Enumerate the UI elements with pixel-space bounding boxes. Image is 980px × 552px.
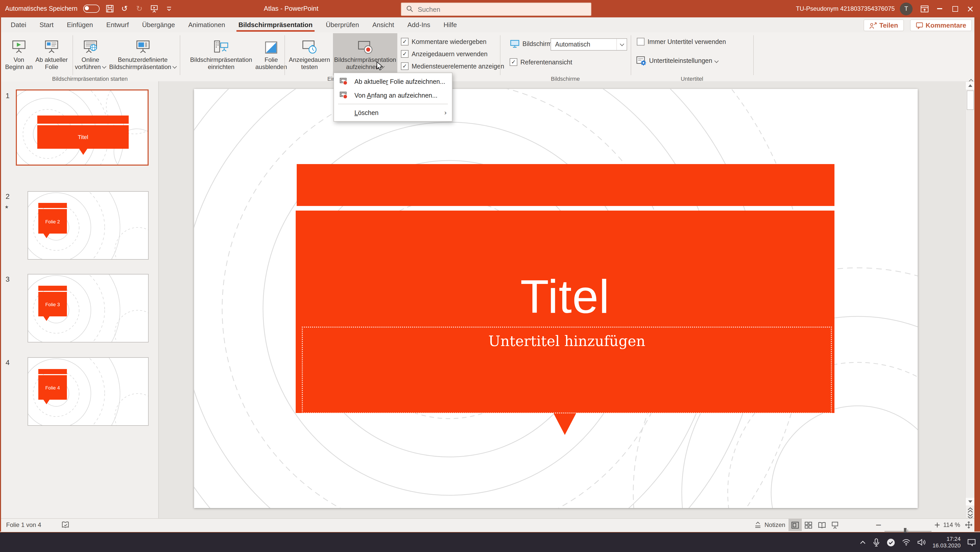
checkbox-referentenansicht[interactable]: ✓ Referentenansicht — [510, 58, 572, 66]
menu-item-von-anfang-an[interactable]: Von Anfang an aufzeichnen... — [334, 88, 452, 102]
accessibility-check-icon[interactable] — [61, 519, 70, 531]
zoom-level[interactable]: 114 % — [943, 519, 960, 531]
tab-datei[interactable]: Datei — [4, 18, 33, 32]
tab-start[interactable]: Start — [33, 18, 60, 32]
taskbar-clock[interactable]: 17:24 16.03.2020 — [932, 536, 961, 549]
group-label-start: Bildschirmpräsentation starten — [0, 76, 180, 82]
speaker-icon[interactable] — [917, 539, 926, 546]
benutzerdefinierte-praesentation-button[interactable]: Benutzerdefinierte Bildschirmpräsentatio… — [108, 33, 178, 75]
ab-aktueller-folie-button[interactable]: Ab aktueller Folie — [34, 33, 69, 75]
praesentation-einrichten-button[interactable]: Bildschirmpräsentation einrichten — [185, 33, 258, 75]
slide-title-text[interactable]: Titel — [296, 273, 834, 320]
fit-slide-to-window-button[interactable] — [965, 519, 973, 531]
tab-animationen[interactable]: Animationen — [181, 18, 232, 32]
tab-hilfe[interactable]: Hilfe — [437, 18, 463, 32]
checkbox-immer-untertitel[interactable]: Immer Untertitel verwenden — [637, 38, 726, 45]
maximize-button[interactable] — [947, 0, 963, 18]
ribbon-display-options-icon[interactable] — [917, 0, 932, 18]
untertiteleinstellungen-button[interactable]: Untertiteleinstellungen — [636, 56, 718, 66]
powerpoint-window: Automatisches Speichern ↺ ↻ Atlas - Powe… — [0, 0, 980, 552]
tab-ansicht[interactable]: Ansicht — [366, 18, 401, 32]
slide-thumbnail-4[interactable]: Folie 4 — [27, 357, 149, 426]
zoom-out-button[interactable]: − — [875, 519, 882, 531]
slide-thumbnail-3[interactable]: Folie 3 — [27, 274, 149, 343]
title-callout-top-bar[interactable] — [297, 164, 834, 206]
custom-slideshow-icon — [134, 33, 151, 56]
von-beginn-an-button[interactable]: Von Beginn an — [5, 33, 33, 75]
callout-top-bar — [37, 115, 129, 124]
menu-item-loeschen[interactable]: Löschen › — [334, 106, 452, 120]
callout-pointer — [43, 234, 49, 238]
monitor-select[interactable]: Automatisch — [550, 38, 627, 51]
search-box[interactable] — [401, 3, 591, 16]
slide-editor[interactable]: Titel Untertitel hinzufügen — [194, 89, 918, 508]
callout-pointer — [79, 149, 88, 155]
share-button[interactable]: Teilen — [864, 19, 904, 31]
action-center-icon[interactable] — [967, 538, 976, 546]
checkbox-mark: ✓ — [401, 62, 409, 70]
subtitle-settings-icon — [636, 56, 646, 66]
ribbon-tab-row: Datei Start Einfügen Entwurf Übergänge A… — [0, 18, 980, 32]
zoom-in-button[interactable]: + — [934, 519, 940, 531]
praesentation-aufzeichnen-button[interactable]: Bildschirmpräsentation aufzeichnen — [333, 33, 397, 75]
slide-thumbnail-2[interactable]: Folie 2 — [27, 191, 149, 260]
anzeigedauern-testen-button[interactable]: Anzeigedauern testen — [287, 33, 332, 75]
minimize-button[interactable] — [932, 0, 947, 18]
checkbox-kommentare-wiedergeben[interactable]: ✓ Kommentare wiedergeben — [401, 38, 487, 45]
vertical-scrollbar[interactable] — [965, 82, 974, 518]
tray-expand-icon[interactable] — [859, 540, 866, 545]
normal-view-button[interactable] — [789, 519, 802, 531]
security-check-icon[interactable] — [886, 538, 895, 547]
rehearse-timings-icon — [301, 33, 318, 56]
redo-button[interactable]: ↻ — [135, 4, 144, 13]
subtitle-placeholder[interactable]: Untertitel hinzufügen — [302, 327, 832, 413]
hide-slide-icon — [262, 33, 280, 56]
slide-sorter-view-button[interactable] — [802, 519, 815, 531]
slide-thumbnail-1[interactable]: Titel — [17, 91, 148, 164]
menu-item-ab-aktueller-folie[interactable]: Ab aktueller Folie aufzeichnen... — [334, 75, 452, 88]
customize-qat-chevron-icon[interactable] — [164, 4, 173, 13]
tab-entwurf[interactable]: Entwurf — [100, 18, 135, 32]
search-input[interactable] — [417, 3, 587, 15]
scrollbar-thumb[interactable] — [967, 91, 974, 110]
folie-ausblenden-button[interactable]: Folie ausblenden — [258, 33, 284, 75]
reading-view-button[interactable] — [815, 519, 828, 531]
subtitle-placeholder-text: Untertitel hinzufügen — [488, 333, 646, 412]
tab-einfuegen[interactable]: Einfügen — [60, 18, 100, 32]
account-label[interactable]: TU-Pseudonym 4218037354376075 — [796, 5, 895, 12]
ribbon-divider — [73, 35, 73, 75]
view-buttons — [789, 519, 842, 531]
status-bar: Folie 1 von 4 Notizen — [0, 518, 980, 533]
close-button[interactable]: × — [963, 0, 978, 18]
tab-addins[interactable]: Add-Ins — [401, 18, 437, 32]
scroll-up-button[interactable] — [966, 82, 974, 89]
setup-slideshow-icon — [212, 33, 230, 56]
tab-uebergaenge[interactable]: Übergänge — [135, 18, 181, 32]
save-icon[interactable] — [105, 4, 115, 13]
notes-toggle[interactable]: Notizen — [754, 519, 785, 531]
checkbox-mediensteuerelemente[interactable]: ✓ Mediensteuerelemente anzeigen — [401, 62, 504, 70]
avatar[interactable]: T — [900, 2, 913, 15]
checkbox-mark: ✓ — [401, 50, 409, 58]
undo-button[interactable]: ↺ — [120, 4, 129, 13]
wifi-icon[interactable] — [902, 539, 910, 546]
checkbox-mark: ✓ — [510, 58, 517, 66]
monitor-select-chevron — [616, 39, 627, 50]
present-online-icon — [82, 33, 99, 56]
autosave-toggle[interactable] — [83, 5, 100, 13]
toggle-knob — [85, 6, 89, 10]
checkbox-mark: ✓ — [401, 38, 409, 45]
start-slideshow-icon[interactable] — [150, 4, 159, 13]
scroll-down-button[interactable] — [966, 498, 974, 506]
comments-button[interactable]: Kommentare — [910, 19, 972, 31]
online-vorfuehren-button[interactable]: Online vorführen — [75, 33, 106, 75]
microphone-icon[interactable] — [873, 538, 880, 547]
tab-ueberpruefen[interactable]: Überprüfen — [319, 18, 366, 32]
play-from-current-icon — [43, 33, 60, 56]
callout-top-bar — [38, 369, 67, 374]
tab-bildschirmpraesentation[interactable]: Bildschirmpräsentation — [232, 18, 319, 32]
checkbox-anzeigedauern-verwenden[interactable]: ✓ Anzeigedauern verwenden — [401, 50, 487, 58]
slideshow-view-button[interactable] — [828, 519, 842, 531]
share-icon — [869, 22, 877, 29]
slide-number: 4 — [6, 358, 10, 367]
